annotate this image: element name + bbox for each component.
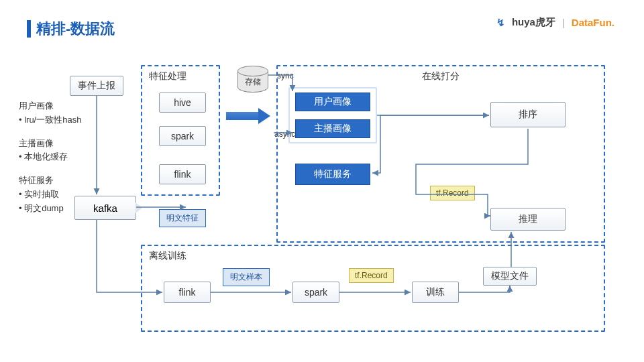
logo-sep: | xyxy=(562,17,565,28)
title-text: 精排-数据流 xyxy=(36,19,115,39)
note1-title: 用户画像 xyxy=(19,99,81,113)
node-storage: 存储 xyxy=(237,71,268,93)
tag-plain-sample: 明文样本 xyxy=(223,268,270,286)
offline-title: 离线训练 xyxy=(142,246,604,266)
storage-label: 存储 xyxy=(237,76,268,88)
node-infer: 推理 xyxy=(490,208,566,231)
node-kafka: kafka xyxy=(74,196,136,220)
sidebar-notes: 用户画像• lru/一致性hash 主播画像• 本地化缓存 特征服务• 实时抽取… xyxy=(19,99,81,225)
node-rank: 排序 xyxy=(490,102,566,127)
node-flink: flink xyxy=(159,164,206,184)
tag-tfrecord1: tf.Record xyxy=(430,186,475,200)
node-anchor-profile: 主播画像 xyxy=(295,119,370,138)
node-feature-service: 特征服务 xyxy=(295,164,370,185)
note3-b1: • 实时抽取 xyxy=(19,188,81,202)
arrow-thick-icon xyxy=(226,109,273,123)
node-off-train: 训练 xyxy=(412,282,459,303)
node-user-profile: 用户画像 xyxy=(295,93,370,111)
note1-body: • lru/一致性hash xyxy=(19,113,81,127)
fp-title: 特征处理 xyxy=(142,66,219,86)
note2-body: • 本地化缓存 xyxy=(19,150,81,164)
logo-area: ↯ huya虎牙 | DataFun. xyxy=(496,16,614,29)
node-off-flink: flink xyxy=(164,282,211,303)
logo-datafun: DataFun. xyxy=(572,17,614,28)
online-title: 在线打分 xyxy=(278,66,604,86)
node-off-spark: spark xyxy=(292,282,339,303)
node-hive: hive xyxy=(159,93,206,113)
title-marker xyxy=(27,20,31,38)
note3-title: 特征服务 xyxy=(19,174,81,188)
node-spark: spark xyxy=(159,126,206,146)
tag-plain-feature: 明文特征 xyxy=(159,209,206,227)
node-event: 事件上报 xyxy=(70,76,123,96)
note3-b2: • 明文dump xyxy=(19,202,81,216)
slide-title: 精排-数据流 xyxy=(27,19,115,39)
note2-title: 主播画像 xyxy=(19,137,81,151)
huya-icon: ↯ xyxy=(496,17,505,29)
tag-tfrecord2: tf.Record xyxy=(349,268,394,283)
node-model-file: 模型文件 xyxy=(483,267,537,286)
logo-huya: huya虎牙 xyxy=(512,16,555,29)
